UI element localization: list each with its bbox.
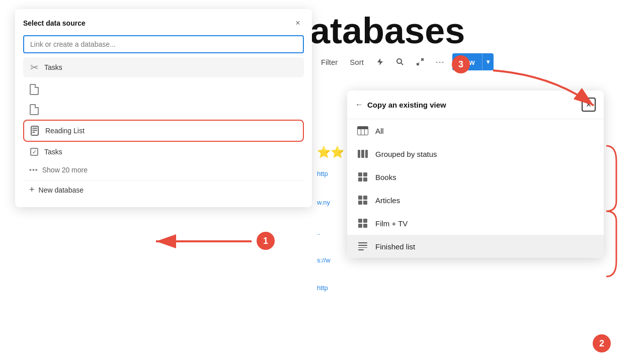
doc1-icon bbox=[29, 84, 39, 95]
badge-2: 2 bbox=[593, 334, 611, 352]
panel-close-button[interactable]: × bbox=[292, 17, 304, 29]
lightning-button[interactable] bbox=[372, 54, 388, 70]
back-button[interactable]: ← bbox=[355, 100, 363, 109]
copy-view-header: ← Copy an existing view ✕ bbox=[347, 90, 604, 119]
doc2-icon bbox=[29, 105, 39, 115]
show-more-label: Show 20 more bbox=[42, 166, 88, 174]
view-articles-label: Articles bbox=[375, 196, 400, 205]
search-input[interactable] bbox=[23, 35, 304, 53]
filter-button[interactable]: Filter bbox=[317, 56, 342, 68]
view-all-label: All bbox=[375, 127, 384, 135]
checkbox-icon: ✓ bbox=[29, 147, 39, 157]
books-grid-icon bbox=[357, 171, 368, 183]
table-icon bbox=[357, 125, 368, 136]
tasks-top-label: Tasks bbox=[44, 63, 62, 71]
svg-rect-5 bbox=[32, 132, 35, 133]
toolbar: Filter Sort ··· New ▾ bbox=[307, 48, 644, 76]
list-item-reading-list[interactable]: Reading List bbox=[23, 120, 304, 142]
url-snippet-3: .. bbox=[317, 229, 320, 236]
view-finished-label: Finished list bbox=[375, 242, 415, 251]
stars-decoration: ⭐⭐ bbox=[317, 146, 344, 159]
resize-button[interactable] bbox=[412, 54, 428, 70]
reading-list-icon bbox=[30, 126, 40, 136]
new-database-label: New database bbox=[39, 186, 84, 194]
list-icon bbox=[357, 241, 368, 252]
svg-point-0 bbox=[397, 59, 401, 63]
sort-button[interactable]: Sort bbox=[346, 56, 368, 68]
scissors-icon: ✂ bbox=[29, 62, 39, 72]
svg-rect-3 bbox=[32, 128, 37, 129]
svg-line-1 bbox=[401, 63, 403, 65]
panel-header: Select data source × bbox=[23, 17, 304, 29]
show-more-dots: ••• bbox=[29, 166, 38, 174]
copy-view-close-button[interactable]: ✕ bbox=[582, 98, 596, 112]
show-more-button[interactable]: ••• Show 20 more bbox=[23, 162, 304, 178]
new-button-chevron[interactable]: ▾ bbox=[482, 53, 494, 70]
view-film-label: Film + TV bbox=[375, 219, 408, 228]
view-item-books[interactable]: Books bbox=[347, 165, 604, 189]
url-snippet-4: s://w bbox=[317, 256, 331, 264]
view-item-all[interactable]: All bbox=[347, 119, 604, 142]
tasks-bottom-label: Tasks bbox=[44, 148, 62, 156]
view-item-finished[interactable]: Finished list bbox=[347, 235, 604, 258]
columns-icon bbox=[357, 148, 368, 159]
list-item-tasks-bottom[interactable]: ✓ Tasks bbox=[23, 142, 304, 162]
badge-1: 1 bbox=[257, 232, 275, 250]
list-item-doc1[interactable] bbox=[23, 79, 304, 100]
list-item-doc2[interactable] bbox=[23, 100, 304, 120]
badge-3: 3 bbox=[452, 55, 470, 73]
view-item-grouped[interactable]: Grouped by status bbox=[347, 142, 604, 165]
select-datasource-panel: Select data source × ✂ Tasks Reading bbox=[15, 9, 312, 207]
new-database-button[interactable]: + New database bbox=[23, 180, 304, 199]
articles-grid-icon bbox=[357, 195, 368, 206]
panel-title: Select data source bbox=[23, 19, 86, 27]
view-item-film[interactable]: Film + TV bbox=[347, 212, 604, 235]
url-snippet-5: http bbox=[317, 284, 328, 292]
url-snippet-2: w.ny bbox=[317, 199, 330, 206]
more-options-button[interactable]: ··· bbox=[432, 54, 448, 70]
view-item-articles[interactable]: Articles bbox=[347, 189, 604, 212]
copy-view-title: Copy an existing view bbox=[367, 101, 582, 109]
list-item-tasks-top[interactable]: ✂ Tasks bbox=[23, 57, 304, 77]
arrow-1 bbox=[146, 226, 257, 256]
svg-rect-4 bbox=[32, 130, 37, 131]
search-button[interactable] bbox=[392, 54, 408, 70]
plus-icon: + bbox=[29, 185, 35, 195]
view-grouped-label: Grouped by status bbox=[375, 150, 437, 158]
view-books-label: Books bbox=[375, 173, 396, 182]
url-snippet-1: http bbox=[317, 170, 328, 177]
copy-view-panel: ← Copy an existing view ✕ All Grouped by… bbox=[347, 90, 604, 258]
reading-list-label: Reading List bbox=[45, 127, 85, 135]
film-grid-icon bbox=[357, 218, 368, 229]
